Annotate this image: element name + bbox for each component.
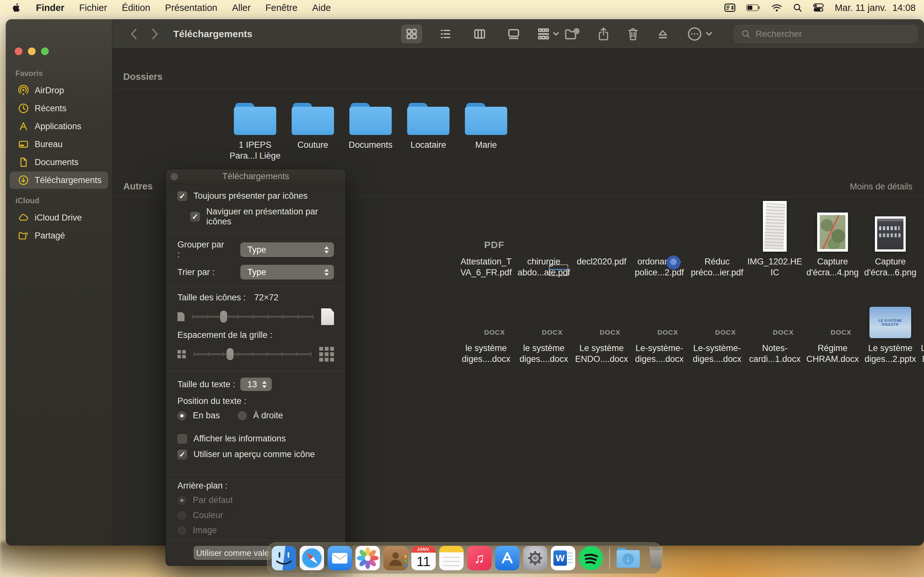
browse-icons-option[interactable]: ✓ Naviguer en présentation par icônes <box>190 207 334 227</box>
close-button[interactable] <box>15 47 23 55</box>
folder-item[interactable]: 1 IPEPSPara...l Liège <box>226 87 284 161</box>
checkbox[interactable]: ✓ <box>178 191 187 201</box>
sidebar-item-documents[interactable]: Documents <box>10 153 108 171</box>
dock-trash-icon[interactable] <box>644 546 668 570</box>
slider-thumb[interactable] <box>220 311 227 323</box>
radio[interactable] <box>178 496 186 505</box>
file-item[interactable]: DOCX Le-système-diges....docx <box>688 290 746 364</box>
minimize-button[interactable] <box>28 47 36 55</box>
dock-mail-icon[interactable] <box>328 546 352 570</box>
folder-item[interactable]: Couture <box>284 87 342 161</box>
use-as-defaults-button[interactable]: Utiliser comme vale <box>194 546 272 560</box>
group-by-select[interactable]: Type <box>240 242 334 257</box>
show-info-option[interactable]: ✓ Afficher les informations <box>178 434 334 444</box>
dock-music-icon[interactable]: ♫ <box>467 546 491 570</box>
dock-spotify-icon[interactable] <box>579 546 603 570</box>
input-source-icon[interactable] <box>724 3 735 12</box>
preview-icon-option[interactable]: ✓ Utiliser un aperçu comme icône <box>178 450 334 459</box>
sidebar-item-recents[interactable]: Récents <box>10 100 108 117</box>
grid-spacing-slider[interactable] <box>194 348 312 361</box>
file-item[interactable]: ordonance-police...2.pdf <box>630 203 688 278</box>
folder-item[interactable]: Marie <box>457 87 515 161</box>
forward-button[interactable] <box>150 28 160 40</box>
menu-item[interactable]: Fichier <box>79 3 107 13</box>
apple-menu-icon[interactable] <box>13 3 21 13</box>
file-item[interactable]: Captured'écra...6.png <box>861 203 919 278</box>
file-item[interactable]: IMG_1202.HEIC <box>746 203 804 278</box>
dock-word-icon[interactable]: W <box>551 546 575 570</box>
sidebar-item-applications[interactable]: Applications <box>10 118 108 135</box>
sort-by-select[interactable]: Type <box>240 265 334 279</box>
sidebar-item-airdrop[interactable]: AirDrop <box>10 82 108 99</box>
radio[interactable] <box>178 411 186 420</box>
back-button[interactable] <box>129 28 139 40</box>
file-item[interactable]: LE SYSTÈME DIGESTIF LE SYSTÈMEDIGE...3.p… <box>919 290 924 364</box>
menubar-clock[interactable]: Mar. 11 janv. 14:08 <box>835 3 916 13</box>
folder-item[interactable]: Locataire <box>399 87 457 161</box>
file-item[interactable]: chirurgieabdo...ale.pdf <box>515 203 573 278</box>
new-folder-button[interactable] <box>565 28 580 40</box>
file-item[interactable]: Réducpréco...ier.pdf <box>688 203 746 278</box>
column-view-button[interactable] <box>469 25 490 43</box>
file-item[interactable]: DOCX RégimeCHRAM.docx <box>804 290 861 364</box>
dock-downloads-icon[interactable]: ↓ <box>616 546 640 570</box>
eject-button[interactable] <box>657 28 669 40</box>
position-right-option[interactable]: À droite <box>238 411 283 421</box>
dock-calendar-icon[interactable]: JANV. 11 <box>411 546 436 570</box>
file-item[interactable]: decl2020.pdf <box>573 203 630 278</box>
panel-title-bar[interactable]: Téléchargements <box>166 169 346 184</box>
text-size-stepper[interactable]: 13 <box>240 378 272 391</box>
icon-view-button[interactable] <box>401 25 422 43</box>
slider-thumb[interactable] <box>226 348 234 360</box>
search-input[interactable]: Rechercher <box>734 25 918 43</box>
menu-item[interactable]: Aide <box>312 3 331 13</box>
group-by-button[interactable] <box>537 25 559 43</box>
file-item[interactable]: DOCX Le systèmeENDO....docx <box>573 290 630 364</box>
file-item[interactable]: DOCX Le-système-diges....docx <box>630 290 688 364</box>
checkbox[interactable]: ✓ <box>178 434 187 444</box>
list-view-button[interactable] <box>435 25 456 43</box>
dock-safari-icon[interactable] <box>300 546 324 570</box>
zoom-button[interactable] <box>41 47 49 55</box>
more-actions-button[interactable] <box>687 27 702 41</box>
wifi-icon[interactable] <box>771 3 782 12</box>
icon-size-slider[interactable] <box>192 310 313 323</box>
sidebar-item-bureau[interactable]: Bureau <box>10 135 108 153</box>
gallery-view-button[interactable] <box>503 25 524 43</box>
checkbox[interactable]: ✓ <box>190 212 200 221</box>
folder-item[interactable]: Documents <box>342 87 399 161</box>
dock-appstore-icon[interactable] <box>495 546 519 570</box>
dock-photos-icon[interactable] <box>355 546 380 570</box>
dock-notes-icon[interactable] <box>439 546 464 570</box>
sidebar-item-icloud-drive[interactable]: iCloud Drive <box>10 209 108 226</box>
bg-image-option[interactable]: Image <box>178 525 334 535</box>
file-item[interactable]: PDF Attestation_TVA_6_FR.pdf <box>457 203 515 278</box>
panel-close-button[interactable] <box>170 173 178 181</box>
menu-item[interactable]: Aller <box>232 3 250 13</box>
menu-item[interactable]: Fenêtre <box>265 3 297 13</box>
file-item[interactable]: DOCX le systèmediges....docx <box>515 290 573 364</box>
control-center-icon[interactable] <box>813 3 824 12</box>
menu-item[interactable]: Édition <box>122 3 150 13</box>
menu-item[interactable]: Présentation <box>165 3 217 13</box>
dock-contacts-icon[interactable] <box>383 546 408 570</box>
bg-default-option[interactable]: Par défaut <box>178 495 334 505</box>
trash-button[interactable] <box>628 27 638 41</box>
radio[interactable] <box>178 526 186 535</box>
file-item[interactable]: DOCX Notes-cardi...1.docx <box>746 290 804 364</box>
search-icon[interactable] <box>793 3 802 12</box>
sidebar-item-telechargements[interactable]: Téléchargements <box>10 171 108 189</box>
file-item[interactable]: DOCX le systèmediges....docx <box>457 290 515 364</box>
share-button[interactable] <box>598 27 609 41</box>
dock-finder-icon[interactable] <box>272 546 296 570</box>
file-item[interactable]: XLSX Finances2021.xlsx <box>919 203 924 278</box>
always-icons-option[interactable]: ✓ Toujours présenter par icônes <box>178 191 334 201</box>
radio[interactable] <box>178 511 186 520</box>
position-bottom-option[interactable]: En bas <box>178 411 220 421</box>
radio[interactable] <box>238 411 247 420</box>
checkbox[interactable]: ✓ <box>178 450 187 459</box>
menu-item[interactable]: Finder <box>36 3 65 13</box>
bg-color-option[interactable]: Couleur <box>178 510 334 520</box>
dock-settings-icon[interactable] <box>523 546 548 570</box>
file-item[interactable]: LE SYSTÈME DIGESTIF Le systèmediges...2.… <box>861 290 919 364</box>
